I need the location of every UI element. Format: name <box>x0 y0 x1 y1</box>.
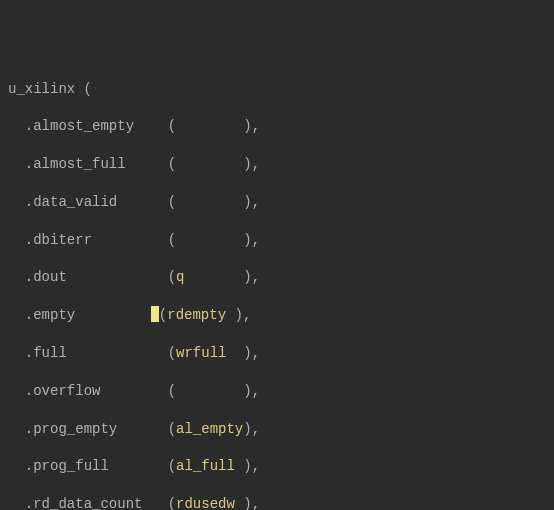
port-name: rd_data_count <box>33 496 142 510</box>
port-line: .rd_data_count (rdusedw ), <box>8 495 546 510</box>
comma: , <box>252 345 260 361</box>
comma: , <box>252 458 260 474</box>
port-dot: . <box>8 269 33 285</box>
comma: , <box>252 421 260 437</box>
instance-name: u_xilinx <box>8 81 75 97</box>
port-line: .overflow ( ), <box>8 382 546 401</box>
comma: , <box>252 232 260 248</box>
signal-name: rdusedw <box>176 496 235 510</box>
port-line: .full (wrfull ), <box>8 344 546 363</box>
port-line: .prog_empty (al_empty), <box>8 420 546 439</box>
open-paren: ( <box>168 421 176 437</box>
comma: , <box>252 383 260 399</box>
port-dot: . <box>8 232 33 248</box>
close-paren: ) <box>243 194 251 210</box>
comma: , <box>252 156 260 172</box>
code-line: u_xilinx ( <box>8 80 546 99</box>
open-paren: ( <box>159 307 167 323</box>
close-paren: ) <box>243 383 251 399</box>
close-paren: ) <box>243 156 251 172</box>
close-paren: ) <box>243 421 251 437</box>
port-dot: . <box>8 345 33 361</box>
port-name: dbiterr <box>33 232 92 248</box>
port-name: prog_empty <box>33 421 117 437</box>
open-paren: ( <box>168 156 176 172</box>
port-name: data_valid <box>33 194 117 210</box>
port-name: dout <box>33 269 67 285</box>
port-dot: . <box>8 156 33 172</box>
port-dot: . <box>8 458 33 474</box>
port-line: .empty (rdempty ), <box>8 306 546 325</box>
signal-name: rdempty <box>167 307 226 323</box>
port-name: almost_empty <box>33 118 134 134</box>
signal-name: wrfull <box>176 345 226 361</box>
port-name: empty <box>33 307 75 323</box>
port-dot: . <box>8 496 33 510</box>
port-dot: . <box>8 307 33 323</box>
port-dot: . <box>8 118 33 134</box>
signal-name: al_full <box>176 458 235 474</box>
port-line: .almost_empty ( ), <box>8 117 546 136</box>
port-dot: . <box>8 421 33 437</box>
open-paren: ( <box>168 269 176 285</box>
port-line: .data_valid ( ), <box>8 193 546 212</box>
open-paren: ( <box>75 81 92 97</box>
close-paren: ) <box>243 345 251 361</box>
port-name: prog_full <box>33 458 109 474</box>
open-paren: ( <box>168 496 176 510</box>
open-paren: ( <box>168 383 176 399</box>
signal-name: al_empty <box>176 421 243 437</box>
comma: , <box>252 194 260 210</box>
port-name: overflow <box>33 383 100 399</box>
close-paren: ) <box>243 496 251 510</box>
close-paren: ) <box>243 232 251 248</box>
open-paren: ( <box>168 232 176 248</box>
port-name: full <box>33 345 67 361</box>
comma: , <box>252 269 260 285</box>
close-paren: ) <box>243 458 251 474</box>
open-paren: ( <box>168 458 176 474</box>
close-paren: ) <box>234 307 242 323</box>
port-name: almost_full <box>33 156 125 172</box>
comma: , <box>252 118 260 134</box>
port-dot: . <box>8 383 33 399</box>
comma: , <box>243 307 251 323</box>
port-dot: . <box>8 194 33 210</box>
port-line: .almost_full ( ), <box>8 155 546 174</box>
text-cursor <box>151 306 159 322</box>
close-paren: ) <box>243 269 251 285</box>
comma: , <box>252 496 260 510</box>
close-paren: ) <box>243 118 251 134</box>
open-paren: ( <box>168 345 176 361</box>
port-line: .dbiterr ( ), <box>8 231 546 250</box>
port-line: .prog_full (al_full ), <box>8 457 546 476</box>
code-editor[interactable]: u_xilinx ( .almost_empty ( ), .almost_fu… <box>8 80 546 510</box>
port-line: .dout (q ), <box>8 268 546 287</box>
open-paren: ( <box>168 194 176 210</box>
open-paren: ( <box>168 118 176 134</box>
